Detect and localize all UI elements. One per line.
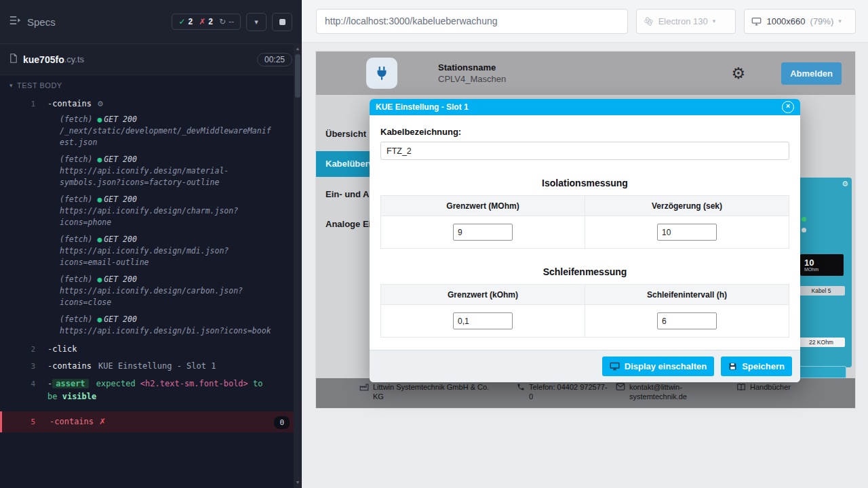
footer-phone: Telefon: 04402 972577-0 [517, 382, 618, 402]
aut-topbar: Electron 130 ▾ 1000x660 (79%) ▾ [302, 0, 868, 43]
test-step[interactable]: 1-contains⚙ [0, 96, 302, 113]
url-input[interactable] [316, 9, 628, 34]
manuals-text[interactable]: Handbücher [750, 382, 791, 392]
cable-designation-input[interactable] [380, 142, 789, 160]
line-number: 1 [0, 98, 35, 110]
loop-table: Grenzwert (kOhm) Schleifenintervall (h) [380, 284, 789, 338]
pending-stat: ↻-- [219, 17, 234, 26]
specs-list-icon[interactable] [9, 16, 21, 28]
test-step[interactable]: 3-containsKUE Einstellung - Slot 1 [0, 358, 302, 375]
specs-header: Specs ✓2 ✗2 ↻-- ▾ [0, 0, 302, 44]
collapse-runs-button[interactable]: ▾ [246, 13, 267, 31]
spec-timer: 00:25 [257, 53, 292, 66]
settings-gear-icon[interactable]: ⚙ [732, 64, 746, 82]
status-dot-icon: ● [97, 314, 102, 324]
spec-name: kue705fo [23, 54, 64, 65]
fetch-prefix: (fetch) [60, 274, 92, 284]
test-step[interactable]: 2-click [0, 341, 302, 358]
cable-label: Kabel 5 [797, 286, 845, 296]
iso-delay-input[interactable] [657, 224, 717, 241]
station-info: Stationsname CPLV4_Maschen [438, 62, 506, 84]
status-dot-icon: ● [97, 195, 102, 204]
viewport-zoom: (79%) [810, 16, 834, 26]
save-button[interactable]: Speichern [721, 357, 792, 376]
fetch-log[interactable]: (fetch) ●GET 200 https://api.iconify.des… [0, 152, 302, 192]
isolation-heading: Isolationsmessung [380, 178, 789, 188]
gear-icon[interactable]: ⚙ [842, 180, 848, 188]
line-number: 5 [0, 416, 35, 428]
fetch-url: https://api.iconify.design/material-symb… [60, 165, 275, 188]
book-icon [736, 383, 746, 393]
status-dot-icon: ● [97, 115, 102, 124]
fetch-method: GET 200 [104, 314, 136, 324]
cable-designation-label: Kabelbezeichnung: [380, 127, 789, 137]
browser-name: Electron 130 [658, 16, 708, 26]
specs-title[interactable]: Specs [27, 16, 56, 28]
resistance-value: 22 KOhm [797, 338, 845, 347]
station-name: CPLV4_Maschen [438, 74, 506, 84]
command-name: contains [52, 99, 92, 108]
loop-col-limit: Grenzwert (kOhm) [381, 285, 585, 305]
station-label: Stationsname [438, 62, 506, 73]
line-number: 2 [0, 344, 35, 355]
test-stats: ✓2 ✗2 ↻-- [172, 14, 241, 30]
logout-button[interactable]: Abmelden [781, 62, 842, 85]
email-text[interactable]: kontakt@littwin-systemtechnik.de [629, 382, 700, 402]
chevron-down-icon: ▾ [9, 82, 13, 89]
sidebar-scrollbar[interactable]: ▲ ▼ [294, 43, 302, 488]
fetch-log[interactable]: (fetch) ●GET 200 https://api.iconify.des… [0, 272, 302, 312]
fetch-log[interactable]: (fetch) ●GET 200 https://api.iconify.des… [0, 312, 302, 341]
loop-limit-input[interactable] [453, 312, 513, 329]
scrollbar-thumb[interactable] [295, 54, 300, 98]
fetch-method: GET 200 [104, 115, 136, 124]
modal-titlebar: KUE Einstellung - Slot 1 × [370, 99, 800, 115]
measurement-display: 10 MOhm [800, 254, 844, 276]
footer-company: Littwin Systemtechnik GmbH & Co. KG [359, 382, 495, 402]
display-value: 10 [804, 258, 814, 267]
viewport-select[interactable]: 1000x660 (79%) ▾ [744, 9, 856, 34]
fetch-method: GET 200 [104, 195, 136, 204]
close-icon[interactable]: × [782, 101, 794, 113]
fetch-url: https://api.iconify.design/charm.json?ic… [60, 205, 275, 228]
fetch-log[interactable]: (fetch) ●GET 200 /_next/static/developme… [0, 113, 302, 152]
assert-expected: expected [96, 379, 136, 388]
x-icon: ✗ [199, 17, 205, 26]
fetch-log[interactable]: (fetch) ●GET 200 https://api.iconify.des… [0, 192, 302, 232]
iso-col-delay: Verzögerung (sek) [585, 196, 789, 216]
assert-step[interactable]: 4-assert expected <h2.text-sm.font-bold>… [0, 375, 302, 406]
viewport-size: 1000x660 [766, 16, 805, 26]
fail-x-icon: ✗ [99, 417, 106, 426]
fetch-log[interactable]: (fetch) ●GET 200 https://api.iconify.des… [0, 232, 302, 272]
loop-interval-input[interactable] [657, 312, 717, 329]
iso-limit-input[interactable] [453, 224, 513, 241]
scroll-down-icon[interactable]: ▼ [294, 479, 302, 487]
fetch-url: /_next/static/development/_devMiddleware… [60, 125, 275, 148]
modal-footer: Display einschalten Speichern [370, 350, 800, 382]
passed-stat: ✓2 [178, 17, 193, 26]
chevron-down-icon: ▾ [713, 18, 716, 24]
app-header: Stationsname CPLV4_Maschen ⚙ Abmelden [316, 52, 855, 95]
modal-body: Kabelbezeichnung: Isolationsmessung Gren… [370, 115, 800, 338]
command-name: contains [52, 361, 92, 371]
failed-step[interactable]: 5-contains✗ 0 [0, 411, 302, 432]
chevron-down-icon: ▾ [838, 18, 842, 24]
spec-row[interactable]: kue705fo .cy.ts 00:25 [0, 44, 302, 75]
iso-col-limit: Grenzwert (MOhm) [381, 196, 585, 216]
command-arg: KUE Einstellung - Slot 1 [98, 361, 216, 371]
pending-count: -- [229, 17, 234, 26]
line-number: 4 [0, 378, 35, 390]
scroll-up-icon[interactable]: ▲ [294, 45, 302, 53]
test-body-section[interactable]: ▾ TEST BODY [0, 75, 302, 93]
loop-heading: Schleifenmessung [380, 266, 789, 277]
section-label: TEST BODY [17, 81, 62, 89]
status-led-green [802, 217, 806, 222]
loop-col-interval: Schleifenintervall (h) [585, 285, 789, 305]
display-on-button[interactable]: Display einschalten [602, 357, 714, 376]
footer-manuals[interactable]: Handbücher [736, 382, 791, 393]
chevron-down-icon: ▾ [254, 18, 258, 26]
kue-settings-modal: KUE Einstellung - Slot 1 × Kabelbezeichn… [370, 99, 800, 382]
fetch-method: GET 200 [104, 274, 136, 284]
browser-select[interactable]: Electron 130 ▾ [636, 9, 736, 34]
status-dot-icon: ● [97, 274, 102, 284]
stop-button[interactable] [272, 13, 292, 31]
